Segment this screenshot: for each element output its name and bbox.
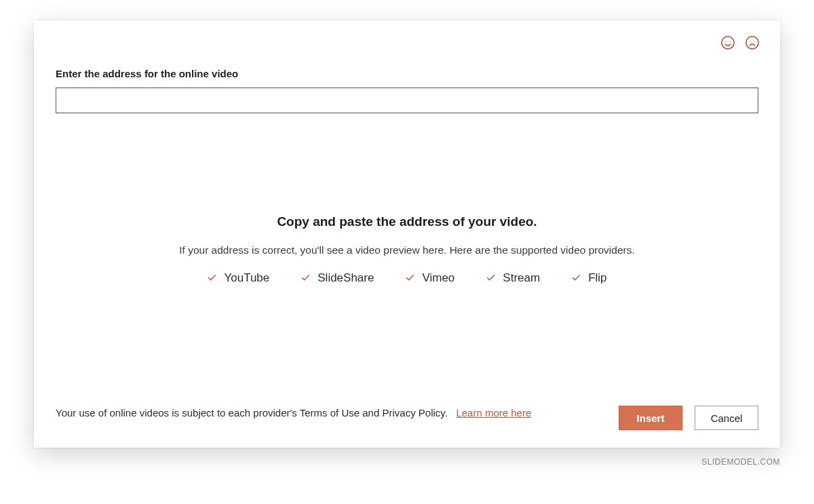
provider-item: Stream: [486, 271, 540, 285]
checkmark-icon: [486, 273, 496, 283]
checkmark-icon: [301, 273, 311, 283]
feedback-row: [720, 35, 760, 50]
insert-online-video-dialog: Enter the address for the online video C…: [34, 20, 780, 448]
insert-button[interactable]: Insert: [619, 406, 682, 430]
provider-item: SlideShare: [301, 271, 374, 285]
provider-item: Flip: [571, 271, 606, 285]
provider-item: YouTube: [207, 271, 269, 285]
svg-point-1: [725, 41, 726, 42]
center-subline: If your address is correct, you'll see a…: [179, 244, 635, 256]
terms-text: Your use of online videos is subject to …: [56, 406, 531, 421]
footer-row: Your use of online videos is subject to …: [56, 406, 758, 430]
center-headline: Copy and paste the address of your video…: [277, 214, 537, 229]
checkmark-icon: [405, 273, 415, 283]
svg-point-5: [754, 41, 755, 42]
dialog-buttons: Insert Cancel: [619, 406, 758, 430]
center-block: Copy and paste the address of your video…: [56, 93, 758, 406]
field-label: Enter the address for the online video: [56, 68, 758, 79]
frown-icon[interactable]: [745, 35, 760, 50]
watermark: SLIDEMODEL.COM: [34, 457, 780, 467]
smile-icon[interactable]: [720, 35, 735, 50]
provider-label: Vimeo: [422, 271, 454, 285]
svg-point-0: [722, 37, 734, 49]
checkmark-icon: [207, 273, 217, 283]
checkmark-icon: [571, 273, 581, 283]
svg-point-2: [730, 41, 731, 42]
provider-label: Flip: [588, 271, 606, 285]
provider-label: YouTube: [224, 271, 269, 285]
provider-item: Vimeo: [405, 271, 454, 285]
svg-point-4: [750, 41, 750, 42]
learn-more-link[interactable]: Learn more here: [456, 407, 531, 419]
provider-list: YouTubeSlideShareVimeoStreamFlip: [207, 271, 606, 285]
provider-label: Stream: [503, 271, 540, 285]
terms-static: Your use of online videos is subject to …: [56, 407, 448, 419]
provider-label: SlideShare: [317, 271, 374, 285]
svg-point-3: [746, 37, 758, 49]
cancel-button[interactable]: Cancel: [695, 406, 758, 430]
